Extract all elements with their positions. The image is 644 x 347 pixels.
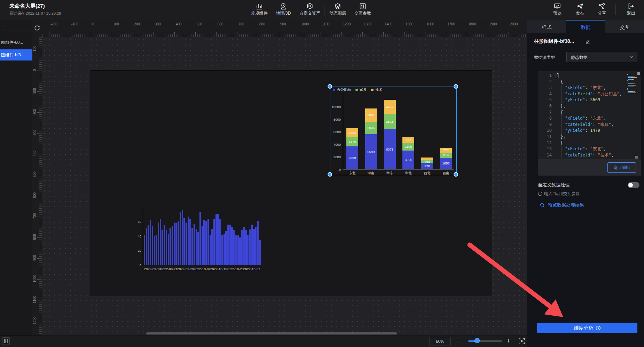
vertical-ruler: -100010020030040050060070080090010001100… xyxy=(32,37,42,336)
toolbar-components-button[interactable]: 常规组件 xyxy=(246,2,273,16)
toolbar-dynamic-layers-button[interactable]: 动态图层 xyxy=(324,2,351,16)
reset-rotation-icon[interactable] xyxy=(34,25,40,33)
horizontal-scrollbar[interactable] xyxy=(146,332,397,334)
code-line: 3"xField": "东北", xyxy=(538,85,641,91)
sliders-icon xyxy=(350,2,376,10)
ruler-corner xyxy=(32,20,42,37)
datasource-select[interactable]: 静态数据 xyxy=(566,52,637,62)
hint-text: 输入#应用交互参数 xyxy=(544,191,580,197)
window-edit-button[interactable]: 窗口编辑 xyxy=(607,162,636,173)
dimension-analysis-button[interactable]: 维度分析 xyxy=(537,323,637,333)
circle-arrow-icon xyxy=(596,325,601,331)
code-line: 6}, xyxy=(538,103,641,110)
datasource-type-label: 数据源类型 xyxy=(534,55,555,60)
tab-interaction[interactable]: 交互 xyxy=(605,20,644,33)
search-icon xyxy=(540,203,545,208)
chevron-down-icon xyxy=(629,56,634,58)
code-line: 12{ xyxy=(538,140,641,146)
toolbar-label: 地理/3D xyxy=(270,10,297,16)
horizontal-ruler: -200-10001002003004005006007008009001000… xyxy=(42,20,527,38)
layer-item[interactable]: 图组件-60... xyxy=(0,37,32,48)
divider xyxy=(0,31,32,31)
toolbar-label: 自定义资产 xyxy=(297,10,323,16)
toolbar-interaction-params-button[interactable]: 交互参数 xyxy=(350,2,376,16)
selection-handle-top-left[interactable] xyxy=(328,84,332,89)
top-bar: 未命名大屏(27) 最近保存 2022-11-07 15:26:28 常规组件 … xyxy=(0,0,644,20)
datasource-value: 静态数据 xyxy=(571,55,588,60)
stacked-bar-chart-component[interactable]: 办公用品家具技术 0200040006000800010000366914791… xyxy=(330,87,456,175)
exit-icon xyxy=(618,2,644,10)
editor-footer: 窗口编辑 xyxy=(538,159,641,176)
code-line: 4"cateField": "办公用品", xyxy=(538,91,641,97)
exit-button[interactable]: 退出 xyxy=(618,2,644,16)
layer-panel-header: . xyxy=(3,23,4,27)
code-line: 1[ xyxy=(538,73,641,79)
hint-row: 输入#应用交互参数 xyxy=(538,191,580,197)
preview-result-link[interactable]: 预览数据处理结果 xyxy=(540,202,584,208)
toolbar-label: 动态图层 xyxy=(324,10,351,16)
custom-data-processing-label: 自定义数据处理 xyxy=(538,182,570,188)
layer-item[interactable]: 图组件-bf3... xyxy=(0,49,32,60)
layer-panel: . 图组件-60...图组件-bf3... xyxy=(0,20,33,336)
selection-handle-bottom-left[interactable] xyxy=(328,172,332,177)
toolbar-label: 常规组件 xyxy=(246,10,273,16)
chart-plot: 0200040006000800010000366914791384东北5599… xyxy=(330,87,456,175)
panel-tabs: 样式 数据 交互 xyxy=(527,20,644,33)
selection-handle-bottom-right[interactable] xyxy=(454,172,458,177)
code-line: 9"cateField": "家具", xyxy=(538,122,641,128)
toolbar-custom-assets-button[interactable]: 自定义资产 xyxy=(297,2,323,16)
code-line: 2{ xyxy=(538,79,641,85)
page-title: 未命名大屏(27) xyxy=(9,3,45,9)
panel-icon xyxy=(4,339,8,343)
tab-style[interactable]: 样式 xyxy=(527,20,566,33)
app: 未命名大屏(27) 最近保存 2022-11-07 15:26:28 常规组件 … xyxy=(0,0,644,347)
custom-data-processing-toggle[interactable] xyxy=(628,182,639,188)
tab-data[interactable]: 数据 xyxy=(566,20,605,33)
component-title: 柱形图组件-bf38... xyxy=(534,38,574,45)
toolbar-divider xyxy=(615,5,616,15)
info-icon xyxy=(538,192,542,196)
code-line: 14"cateField": "技术", xyxy=(538,152,641,159)
zoom-value: 60% xyxy=(436,339,444,344)
toggle-knob xyxy=(628,183,633,187)
action-label: 分享 xyxy=(589,10,615,16)
share-nodes-icon xyxy=(589,2,615,10)
code-line: 8"xField": "东北", xyxy=(538,115,641,122)
edit-pencil-icon[interactable] xyxy=(585,39,590,46)
dimension-analysis-label: 维度分析 xyxy=(574,325,594,331)
layers-icon xyxy=(324,2,351,10)
bottom-bar: 60% − + xyxy=(0,336,527,347)
date-bar-chart-component[interactable]: 02040602022-09-132022-09-212022-09-29202… xyxy=(139,206,263,273)
zoom-out-button[interactable]: − xyxy=(456,336,460,346)
fit-screen-button[interactable] xyxy=(518,337,526,347)
code-editor[interactable]: 1[2{3"xField": "东北",4"cateField": "办公用品"… xyxy=(538,71,641,159)
hexagon-icon xyxy=(297,2,323,10)
canvas[interactable] xyxy=(42,37,527,336)
bar-chart-icon xyxy=(246,2,273,10)
share-button[interactable]: 分享 xyxy=(589,2,615,16)
zoom-level-box[interactable]: 60% xyxy=(430,337,450,346)
preview-result-label: 预览数据处理结果 xyxy=(548,202,584,208)
toolbar-geo3d-button[interactable]: 地理/3D xyxy=(270,2,297,16)
zoom-slider-track[interactable] xyxy=(468,340,502,342)
zoom-slider-thumb[interactable] xyxy=(474,338,480,343)
settings-panel: 样式 数据 交互 柱形图组件-bf38... 数据源类型 静态数据 1[2{3"… xyxy=(527,20,644,347)
code-line: 5"yField": 3669 xyxy=(538,97,641,103)
toolbar-label: 交互参数 xyxy=(350,10,376,16)
last-saved-text: 最近保存 2022-11-07 15:26:28 xyxy=(9,11,61,16)
code-line: 7{ xyxy=(538,110,641,116)
zoom-in-button[interactable]: + xyxy=(506,336,510,346)
map-pin-icon xyxy=(270,2,297,10)
collapse-panel-button[interactable] xyxy=(2,337,10,345)
selection-handle-top-right[interactable] xyxy=(454,84,458,89)
code-line: 10"yField": 1479 xyxy=(538,128,641,134)
code-line: 13"xField": "东北", xyxy=(538,146,641,152)
action-label: 退出 xyxy=(618,10,644,16)
code-line: 11}, xyxy=(538,134,641,140)
